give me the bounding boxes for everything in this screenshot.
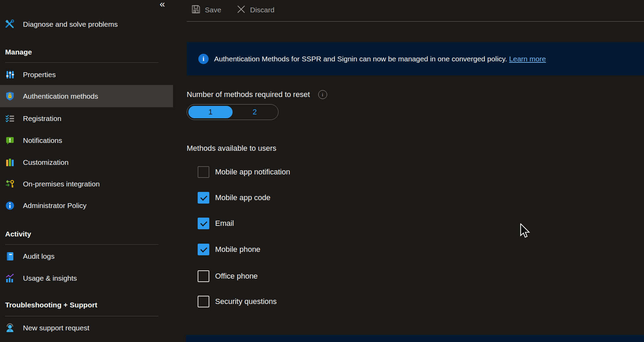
sidebar-item-label: Diagnose and solve problems	[23, 20, 118, 28]
method-row-mobile-app-code[interactable]: Mobile app code	[198, 192, 270, 204]
sliders-icon	[5, 70, 15, 80]
sidebar-item-diagnose-and-solve-problems[interactable]: Diagnose and solve problems	[0, 13, 173, 35]
security-questions-checkbox[interactable]	[198, 296, 209, 307]
info-icon: i	[198, 54, 209, 64]
method-row-mobile-phone[interactable]: Mobile phone	[198, 244, 260, 255]
book-icon	[5, 252, 15, 261]
learn-more-link[interactable]: Learn more	[509, 55, 546, 63]
discard-label: Discard	[250, 6, 274, 14]
tooltip-info-icon[interactable]: i	[318, 90, 327, 99]
sidebar-item-new-support-request[interactable]: New support request	[0, 317, 173, 339]
mouse-cursor	[520, 223, 531, 240]
reset-methods-toggle: 1 2	[187, 104, 278, 120]
sidebar-item-label: Properties	[23, 71, 56, 79]
reset-methods-label-row: Number of methods required to reset i	[187, 90, 327, 99]
save-button[interactable]: Save	[191, 0, 221, 20]
sync-key-icon	[5, 179, 15, 189]
checklist-icon	[5, 114, 15, 123]
info-circle-icon	[5, 201, 15, 210]
sidebar-item-label: On-premises integration	[23, 180, 100, 188]
sidebar-item-label: Administrator Policy	[23, 201, 87, 210]
info-banner: i Authentication Methods for SSPR and Si…	[187, 42, 644, 75]
office-phone-checkbox[interactable]	[198, 270, 209, 282]
sidebar-item-label: Notifications	[23, 136, 62, 145]
support-person-icon	[5, 323, 15, 333]
sidebar-item-usage-insights[interactable]: Usage & insights	[0, 267, 173, 289]
email-checkbox[interactable]	[198, 218, 209, 229]
diagnose-icon	[5, 20, 15, 29]
sidebar-section-activity: Activity	[5, 230, 31, 238]
method-label: Email	[215, 219, 234, 228]
method-label: Office phone	[215, 272, 258, 281]
method-label: Mobile phone	[215, 245, 260, 254]
sidebar-item-label: Usage & insights	[23, 274, 77, 282]
sidebar-section-manage: Manage	[5, 48, 32, 56]
sidebar-item-label: Audit logs	[23, 252, 54, 260]
divider	[5, 316, 159, 316]
bars-icon	[5, 158, 15, 167]
save-label: Save	[205, 6, 221, 14]
toggle-option-2[interactable]: 2	[233, 106, 277, 118]
reset-methods-label: Number of methods required to reset	[187, 90, 310, 99]
method-row-email[interactable]: Email	[198, 218, 234, 229]
mobile-app-notification-checkbox[interactable]	[198, 166, 209, 178]
sidebar-item-label: Authentication methods	[23, 92, 98, 100]
next-info-banner-edge	[186, 335, 644, 342]
sidebar-item-administrator-policy[interactable]: Administrator Policy	[0, 195, 173, 217]
sidebar-item-customization[interactable]: Customization	[0, 151, 173, 173]
notification-bubble-icon	[5, 136, 15, 145]
sidebar-section-troubleshooting-support: Troubleshooting + Support	[5, 301, 97, 309]
banner-text: Authentication Methods for SSPR and Sign…	[214, 55, 546, 63]
method-label: Mobile app code	[215, 193, 270, 202]
sidebar-item-label: Registration	[23, 114, 61, 123]
method-row-security-questions[interactable]: Security questions	[198, 296, 277, 307]
sidebar-item-properties[interactable]: Properties	[0, 64, 173, 86]
sidebar-item-audit-logs[interactable]: Audit logs	[0, 245, 173, 267]
discard-button[interactable]: Discard	[236, 0, 274, 20]
save-icon	[191, 4, 201, 16]
mobile-app-code-checkbox[interactable]	[198, 192, 209, 204]
sidebar-item-authentication-methods[interactable]: Authentication methods	[0, 85, 173, 107]
mobile-phone-checkbox[interactable]	[198, 244, 209, 255]
sspr-authentication-methods-page: « Diagnose and solve problems Manage	[0, 0, 644, 342]
sidebar-item-label: New support request	[23, 324, 89, 332]
divider	[187, 21, 644, 22]
divider	[5, 244, 159, 245]
sidebar-item-on-premises-integration[interactable]: On-premises integration	[0, 173, 173, 195]
method-row-office-phone[interactable]: Office phone	[198, 270, 258, 282]
method-row-mobile-app-notification[interactable]: Mobile app notification	[198, 166, 290, 178]
chart-insights-icon	[5, 273, 15, 283]
method-label: Security questions	[215, 297, 277, 306]
toggle-option-1[interactable]: 1	[188, 106, 233, 118]
sidebar-item-registration[interactable]: Registration	[0, 108, 173, 130]
sidebar-collapse-button[interactable]: «	[160, 0, 165, 10]
sidebar: « Diagnose and solve problems Manage	[0, 0, 173, 342]
shield-lock-icon	[5, 91, 15, 101]
close-icon	[236, 4, 246, 16]
methods-available-label: Methods available to users	[187, 144, 276, 153]
sidebar-item-label: Customization	[23, 158, 69, 167]
method-label: Mobile app notification	[215, 168, 290, 176]
divider	[5, 62, 159, 63]
sidebar-item-notifications[interactable]: Notifications	[0, 130, 173, 151]
